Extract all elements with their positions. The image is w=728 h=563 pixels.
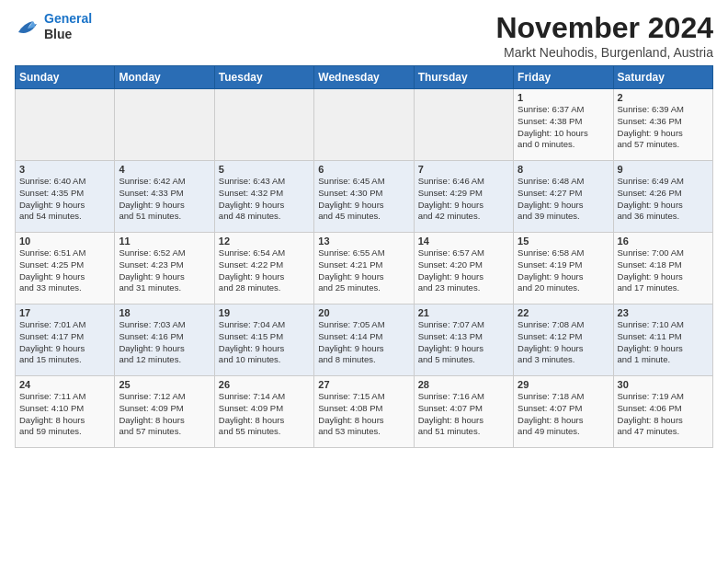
day-info: Sunrise: 7:14 AM Sunset: 4:09 PM Dayligh… bbox=[219, 391, 310, 438]
day-number: 6 bbox=[318, 164, 409, 175]
day-number: 5 bbox=[219, 164, 310, 175]
col-sunday: Sunday bbox=[16, 66, 115, 89]
day-info: Sunrise: 7:07 AM Sunset: 4:13 PM Dayligh… bbox=[418, 319, 509, 366]
day-info: Sunrise: 7:12 AM Sunset: 4:09 PM Dayligh… bbox=[119, 391, 210, 438]
calendar-cell: 12Sunrise: 6:54 AM Sunset: 4:22 PM Dayli… bbox=[214, 233, 313, 304]
calendar-cell: 19Sunrise: 7:04 AM Sunset: 4:15 PM Dayli… bbox=[214, 304, 313, 376]
day-number: 28 bbox=[418, 379, 509, 390]
day-info: Sunrise: 6:45 AM Sunset: 4:30 PM Dayligh… bbox=[318, 176, 409, 223]
calendar-cell: 27Sunrise: 7:15 AM Sunset: 4:08 PM Dayli… bbox=[314, 376, 414, 448]
day-number: 26 bbox=[219, 379, 310, 390]
calendar-cell bbox=[16, 89, 115, 161]
day-info: Sunrise: 6:46 AM Sunset: 4:29 PM Dayligh… bbox=[418, 176, 509, 223]
calendar-cell: 7Sunrise: 6:46 AM Sunset: 4:29 PM Daylig… bbox=[414, 161, 513, 233]
calendar-cell: 30Sunrise: 7:19 AM Sunset: 4:06 PM Dayli… bbox=[613, 376, 712, 448]
day-number: 1 bbox=[518, 92, 609, 103]
calendar-body: 1Sunrise: 6:37 AM Sunset: 4:38 PM Daylig… bbox=[16, 89, 713, 448]
day-info: Sunrise: 6:37 AM Sunset: 4:38 PM Dayligh… bbox=[518, 104, 609, 151]
day-number: 21 bbox=[418, 307, 509, 318]
calendar-cell: 29Sunrise: 7:18 AM Sunset: 4:07 PM Dayli… bbox=[514, 376, 613, 448]
day-number: 14 bbox=[418, 236, 509, 247]
day-number: 20 bbox=[318, 307, 409, 318]
logo-line1: General bbox=[44, 11, 92, 26]
day-number: 2 bbox=[618, 92, 709, 103]
calendar-cell: 3Sunrise: 6:40 AM Sunset: 4:35 PM Daylig… bbox=[16, 161, 115, 233]
day-number: 4 bbox=[119, 164, 210, 175]
day-number: 17 bbox=[19, 307, 110, 318]
calendar-cell: 18Sunrise: 7:03 AM Sunset: 4:16 PM Dayli… bbox=[115, 304, 214, 376]
calendar-cell: 4Sunrise: 6:42 AM Sunset: 4:33 PM Daylig… bbox=[115, 161, 214, 233]
col-thursday: Thursday bbox=[414, 66, 513, 89]
calendar-cell bbox=[115, 89, 214, 161]
calendar-cell bbox=[214, 89, 313, 161]
calendar-cell: 9Sunrise: 6:49 AM Sunset: 4:26 PM Daylig… bbox=[613, 161, 712, 233]
calendar-cell: 22Sunrise: 7:08 AM Sunset: 4:12 PM Dayli… bbox=[514, 304, 613, 376]
day-info: Sunrise: 7:05 AM Sunset: 4:14 PM Dayligh… bbox=[318, 319, 409, 366]
day-number: 23 bbox=[618, 307, 709, 318]
day-number: 19 bbox=[219, 307, 310, 318]
day-number: 16 bbox=[618, 236, 709, 247]
col-monday: Monday bbox=[115, 66, 214, 89]
day-number: 8 bbox=[518, 164, 609, 175]
day-info: Sunrise: 6:48 AM Sunset: 4:27 PM Dayligh… bbox=[518, 176, 609, 223]
day-info: Sunrise: 7:04 AM Sunset: 4:15 PM Dayligh… bbox=[219, 319, 310, 366]
calendar-cell: 1Sunrise: 6:37 AM Sunset: 4:38 PM Daylig… bbox=[514, 89, 613, 161]
day-info: Sunrise: 7:08 AM Sunset: 4:12 PM Dayligh… bbox=[518, 319, 609, 366]
day-number: 25 bbox=[119, 379, 210, 390]
calendar-cell: 13Sunrise: 6:55 AM Sunset: 4:21 PM Dayli… bbox=[314, 233, 414, 304]
calendar-cell: 14Sunrise: 6:57 AM Sunset: 4:20 PM Dayli… bbox=[414, 233, 513, 304]
day-info: Sunrise: 6:54 AM Sunset: 4:22 PM Dayligh… bbox=[219, 247, 310, 294]
day-info: Sunrise: 7:03 AM Sunset: 4:16 PM Dayligh… bbox=[119, 319, 210, 366]
header-row: Sunday Monday Tuesday Wednesday Thursday… bbox=[16, 66, 713, 89]
calendar-cell bbox=[314, 89, 414, 161]
day-info: Sunrise: 7:00 AM Sunset: 4:18 PM Dayligh… bbox=[618, 247, 709, 294]
calendar-week-0: 1Sunrise: 6:37 AM Sunset: 4:38 PM Daylig… bbox=[16, 89, 713, 161]
calendar-cell: 26Sunrise: 7:14 AM Sunset: 4:09 PM Dayli… bbox=[214, 376, 313, 448]
day-info: Sunrise: 6:52 AM Sunset: 4:23 PM Dayligh… bbox=[119, 247, 210, 294]
calendar-header: Sunday Monday Tuesday Wednesday Thursday… bbox=[16, 66, 713, 89]
calendar-week-4: 24Sunrise: 7:11 AM Sunset: 4:10 PM Dayli… bbox=[16, 376, 713, 448]
day-info: Sunrise: 7:16 AM Sunset: 4:07 PM Dayligh… bbox=[418, 391, 509, 438]
title-block: November 2024 Markt Neuhodis, Burgenland… bbox=[495, 11, 713, 60]
day-number: 9 bbox=[618, 164, 709, 175]
subtitle: Markt Neuhodis, Burgenland, Austria bbox=[495, 45, 713, 60]
calendar-cell bbox=[414, 89, 513, 161]
day-number: 12 bbox=[219, 236, 310, 247]
col-wednesday: Wednesday bbox=[314, 66, 414, 89]
calendar-cell: 25Sunrise: 7:12 AM Sunset: 4:09 PM Dayli… bbox=[115, 376, 214, 448]
col-friday: Friday bbox=[514, 66, 613, 89]
day-info: Sunrise: 6:40 AM Sunset: 4:35 PM Dayligh… bbox=[19, 176, 110, 223]
logo: General Blue bbox=[15, 11, 92, 42]
day-number: 3 bbox=[19, 164, 110, 175]
page: General Blue November 2024 Markt Neuhodi… bbox=[0, 0, 728, 563]
day-info: Sunrise: 6:58 AM Sunset: 4:19 PM Dayligh… bbox=[518, 247, 609, 294]
day-number: 13 bbox=[318, 236, 409, 247]
day-info: Sunrise: 7:11 AM Sunset: 4:10 PM Dayligh… bbox=[19, 391, 110, 438]
calendar-cell: 16Sunrise: 7:00 AM Sunset: 4:18 PM Dayli… bbox=[613, 233, 712, 304]
calendar-cell: 21Sunrise: 7:07 AM Sunset: 4:13 PM Dayli… bbox=[414, 304, 513, 376]
day-number: 24 bbox=[19, 379, 110, 390]
day-number: 18 bbox=[119, 307, 210, 318]
calendar-cell: 5Sunrise: 6:43 AM Sunset: 4:32 PM Daylig… bbox=[214, 161, 313, 233]
logo-line2: Blue bbox=[44, 27, 92, 42]
day-info: Sunrise: 7:15 AM Sunset: 4:08 PM Dayligh… bbox=[318, 391, 409, 438]
logo-text: General Blue bbox=[44, 11, 92, 42]
col-saturday: Saturday bbox=[613, 66, 712, 89]
calendar-week-1: 3Sunrise: 6:40 AM Sunset: 4:35 PM Daylig… bbox=[16, 161, 713, 233]
day-number: 30 bbox=[618, 379, 709, 390]
calendar-cell: 24Sunrise: 7:11 AM Sunset: 4:10 PM Dayli… bbox=[16, 376, 115, 448]
calendar-cell: 20Sunrise: 7:05 AM Sunset: 4:14 PM Dayli… bbox=[314, 304, 414, 376]
day-info: Sunrise: 6:57 AM Sunset: 4:20 PM Dayligh… bbox=[418, 247, 509, 294]
day-info: Sunrise: 6:55 AM Sunset: 4:21 PM Dayligh… bbox=[318, 247, 409, 294]
day-info: Sunrise: 6:39 AM Sunset: 4:36 PM Dayligh… bbox=[618, 104, 709, 151]
main-title: November 2024 bbox=[495, 11, 713, 45]
header: General Blue November 2024 Markt Neuhodi… bbox=[15, 11, 713, 60]
calendar-week-3: 17Sunrise: 7:01 AM Sunset: 4:17 PM Dayli… bbox=[16, 304, 713, 376]
calendar-cell: 28Sunrise: 7:16 AM Sunset: 4:07 PM Dayli… bbox=[414, 376, 513, 448]
day-number: 15 bbox=[518, 236, 609, 247]
calendar-table: Sunday Monday Tuesday Wednesday Thursday… bbox=[15, 65, 713, 448]
calendar-cell: 10Sunrise: 6:51 AM Sunset: 4:25 PM Dayli… bbox=[16, 233, 115, 304]
day-number: 10 bbox=[19, 236, 110, 247]
day-info: Sunrise: 7:19 AM Sunset: 4:06 PM Dayligh… bbox=[618, 391, 709, 438]
day-info: Sunrise: 7:01 AM Sunset: 4:17 PM Dayligh… bbox=[19, 319, 110, 366]
